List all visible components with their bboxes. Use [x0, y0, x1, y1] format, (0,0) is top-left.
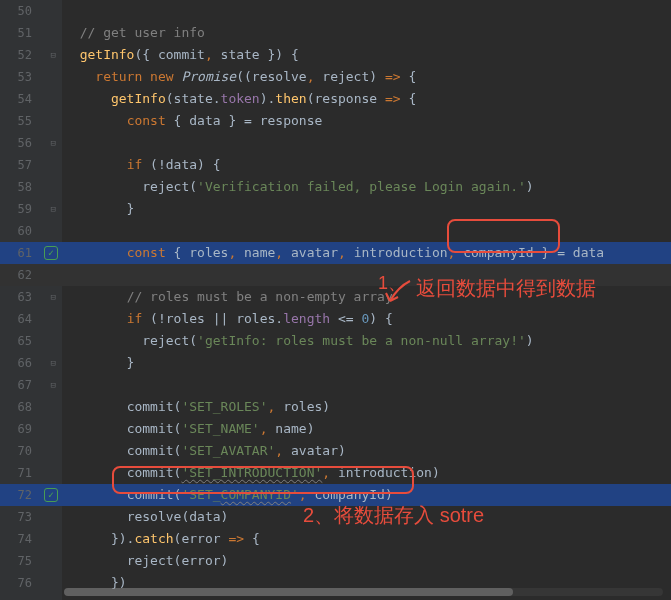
code-line[interactable]: reject(error) [62, 550, 671, 572]
vcs-change-icon: ✓ [44, 246, 58, 260]
gutter-line: 66⊟ [0, 352, 62, 374]
code-token: name) [275, 421, 314, 436]
line-number[interactable]: 72 [8, 484, 32, 506]
gutter-line: 74 [0, 528, 62, 550]
code-line[interactable]: // get user info [62, 22, 671, 44]
code-token: , [338, 245, 354, 260]
code-editor[interactable]: 505152⊟53545556⊟575859⊟6061✓6263⊟646566⊟… [0, 0, 671, 600]
code-line[interactable]: const { roles, name, avatar, introductio… [62, 242, 671, 264]
line-number[interactable]: 56 [8, 132, 32, 154]
line-number[interactable]: 76 [8, 572, 32, 594]
line-number[interactable]: 61 [8, 242, 32, 264]
code-line[interactable] [62, 0, 671, 22]
code-line[interactable]: return new Promise((resolve, reject) => … [62, 66, 671, 88]
code-token: 'SET_NAME' [181, 421, 259, 436]
line-number[interactable]: 77 [8, 594, 32, 600]
code-token: , [205, 47, 221, 62]
code-token: , [275, 443, 291, 458]
line-number[interactable]: 66 [8, 352, 32, 374]
code-token: (!data) { [150, 157, 220, 172]
line-number[interactable]: 52 [8, 44, 32, 66]
code-line[interactable]: getInfo(state.token).then(response => { [62, 88, 671, 110]
line-number[interactable]: 62 [8, 264, 32, 286]
line-number[interactable]: 51 [8, 22, 32, 44]
line-number[interactable]: 64 [8, 308, 32, 330]
code-token: getInfo [111, 91, 166, 106]
line-number[interactable]: 65 [8, 330, 32, 352]
fold-icon[interactable]: ⊟ [51, 374, 56, 396]
fold-icon[interactable]: ⊟ [51, 286, 56, 308]
code-token [64, 553, 127, 568]
gutter-line: 63⊟ [0, 286, 62, 308]
code-token: <= [338, 311, 361, 326]
code-line[interactable]: reject('Verification failed, please Logi… [62, 176, 671, 198]
code-line[interactable]: }).catch(error => { [62, 528, 671, 550]
code-line[interactable]: commit('SET_AVATAR', avatar) [62, 440, 671, 462]
code-line[interactable]: } [62, 352, 671, 374]
line-number[interactable]: 60 [8, 220, 32, 242]
fold-icon[interactable]: ⊟ [51, 198, 56, 220]
code-token: avatar) [291, 443, 346, 458]
line-number[interactable]: 63 [8, 286, 32, 308]
line-number[interactable]: 54 [8, 88, 32, 110]
code-token: resolve(data) [127, 509, 229, 524]
code-token: , [299, 487, 315, 502]
line-number[interactable]: 50 [8, 0, 32, 22]
code-line[interactable] [62, 220, 671, 242]
code-token [64, 421, 127, 436]
line-number[interactable]: 71 [8, 462, 32, 484]
code-token [64, 399, 127, 414]
line-number[interactable]: 74 [8, 528, 32, 550]
code-token: }) { [268, 47, 299, 62]
code-token: 'getInfo: roles must be a non-null array… [197, 333, 526, 348]
fold-icon[interactable]: ⊟ [51, 132, 56, 154]
horizontal-scrollbar[interactable] [64, 588, 663, 596]
code-token: const [127, 113, 174, 128]
code-line[interactable]: getInfo({ commit, state }) { [62, 44, 671, 66]
code-token [64, 487, 127, 502]
code-token [64, 179, 142, 194]
code-line[interactable]: if (!data) { [62, 154, 671, 176]
code-line[interactable]: if (!roles || roles.length <= 0) { [62, 308, 671, 330]
code-line[interactable]: commit('SET_COMPANYID', companyId) [62, 484, 671, 506]
code-line[interactable]: commit('SET_ROLES', roles) [62, 396, 671, 418]
line-number[interactable]: 68 [8, 396, 32, 418]
fold-icon[interactable]: ⊟ [51, 44, 56, 66]
line-number[interactable]: 55 [8, 110, 32, 132]
code-token: . [213, 91, 221, 106]
code-line[interactable] [62, 374, 671, 396]
code-token: } [64, 355, 134, 370]
code-line[interactable]: reject('getInfo: roles must be a non-nul… [62, 330, 671, 352]
line-number[interactable]: 53 [8, 66, 32, 88]
code-line[interactable]: } [62, 198, 671, 220]
code-token [64, 25, 80, 40]
code-token: ) [369, 69, 385, 84]
line-number[interactable]: 70 [8, 440, 32, 462]
code-line[interactable]: commit('SET_INTRODUCTION', introduction) [62, 462, 671, 484]
fold-icon[interactable]: ⊟ [51, 352, 56, 374]
code-token: commit( [127, 399, 182, 414]
code-token: , [448, 245, 464, 260]
code-token: commit [158, 47, 205, 62]
line-number[interactable]: 75 [8, 550, 32, 572]
code-line[interactable]: commit('SET_NAME', name) [62, 418, 671, 440]
code-line[interactable] [62, 132, 671, 154]
line-number[interactable]: 57 [8, 154, 32, 176]
gutter-line: 75 [0, 550, 62, 572]
line-number[interactable]: 58 [8, 176, 32, 198]
code-token: 'SET_ [181, 487, 220, 502]
gutter: 505152⊟53545556⊟575859⊟6061✓6263⊟646566⊟… [0, 0, 62, 600]
code-area[interactable]: // get user info getInfo({ commit, state… [62, 0, 671, 600]
scrollbar-thumb[interactable] [64, 588, 513, 596]
code-line[interactable]: resolve(data) [62, 506, 671, 528]
line-number[interactable]: 59 [8, 198, 32, 220]
code-line[interactable] [62, 264, 671, 286]
gutter-line: 65 [0, 330, 62, 352]
code-token: // get user info [80, 25, 205, 40]
line-number[interactable]: 67 [8, 374, 32, 396]
line-number[interactable]: 69 [8, 418, 32, 440]
line-number[interactable]: 73 [8, 506, 32, 528]
code-line[interactable]: const { data } = response [62, 110, 671, 132]
gutter-line: 50 [0, 0, 62, 22]
code-line[interactable]: // roles must be a non-empty array [62, 286, 671, 308]
